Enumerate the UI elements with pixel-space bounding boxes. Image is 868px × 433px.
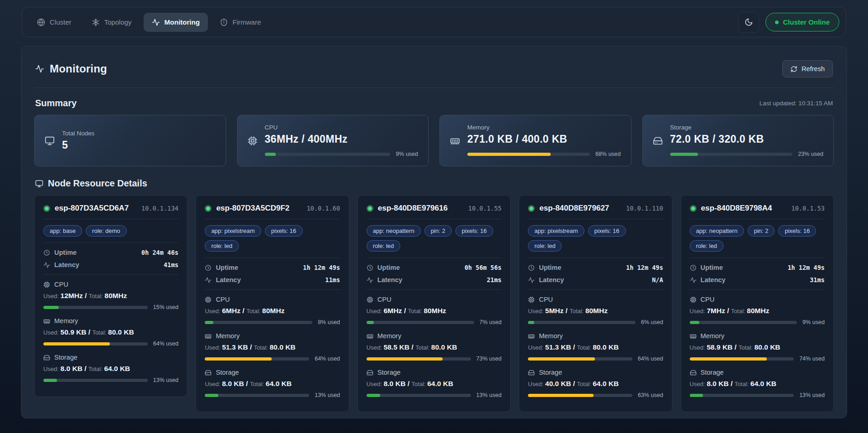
progress-percent-label: 7% used — [480, 319, 502, 325]
progress-fill — [205, 321, 213, 324]
progress-track — [528, 357, 632, 361]
node-name: esp-807D3A5CD6A7 — [55, 204, 129, 213]
theme-toggle-button[interactable] — [738, 12, 759, 33]
used-value: 5MHz — [545, 307, 566, 314]
metric-usage-line: Used: 58.5 KB / Total: 80.0 KB — [367, 343, 501, 351]
cpu-icon — [205, 296, 212, 303]
progress-track — [467, 153, 590, 156]
progress-fill — [528, 357, 594, 361]
moon-icon — [744, 18, 753, 26]
progress-percent-label: 64% used — [315, 356, 340, 362]
progress-track — [367, 321, 474, 324]
status-label: Cluster Online — [783, 18, 830, 26]
metric-name: CPU — [539, 296, 553, 303]
uptime-row: Uptime 0h 24m 46s — [43, 249, 178, 256]
summary-card-memory: Memory 271.0 KB / 400.0 KB 68% used — [439, 115, 631, 166]
metric-usage-line: Used: 8.0 KB / Total: 64.0 KB — [205, 380, 340, 388]
progress-percent-label: 64% used — [638, 356, 663, 362]
latency-label: Latency — [539, 276, 564, 284]
activity-icon — [152, 18, 160, 26]
node-header: esp-807D3A5CD6A7 10.0.1.134 — [43, 204, 178, 213]
total-value: 64.0 KB — [427, 380, 453, 387]
node-badge: role: led — [690, 240, 723, 252]
node-header: esp-840D8E979616 10.0.1.55 — [367, 204, 501, 213]
total-label: Total: — [577, 344, 593, 351]
node-badges: app: pixelstreampixels: 16role: led — [205, 225, 340, 252]
latency-value: N/A — [652, 276, 663, 284]
used-value: 6MHz — [383, 307, 404, 314]
progress-percent-label: 8% used — [318, 319, 340, 325]
refresh-icon — [790, 66, 797, 72]
used-value: 8.0 KB — [707, 380, 731, 387]
refresh-button[interactable]: Refresh — [782, 60, 833, 77]
tab-cluster[interactable]: Cluster — [29, 13, 80, 32]
metric-name: Memory — [54, 317, 78, 325]
progress-fill — [690, 357, 767, 361]
monitor-icon — [35, 180, 43, 188]
metric-progress: 7% used — [367, 319, 501, 325]
summary-cards: Total Nodes 5 CPU 36MHz / 400MHz 9% used — [34, 115, 834, 166]
used-value: 58.9 KB — [707, 343, 734, 351]
tab-monitoring[interactable]: Monitoring — [144, 13, 208, 32]
node-badge: role: led — [528, 240, 562, 252]
progress-percent-label: 23% used — [798, 151, 823, 157]
used-value: 12MHz — [61, 292, 85, 299]
latency-value: 21ms — [487, 276, 502, 284]
cluster-status-pill[interactable]: Cluster Online — [765, 13, 839, 31]
latency-row: Latency 31ms — [690, 276, 825, 284]
summary-card-value: 271.0 KB / 400.0 KB — [467, 133, 621, 145]
metric-usage-line: Used: 51.3 KB / Total: 80.0 KB — [528, 343, 663, 351]
metric-name: Storage — [377, 369, 401, 376]
memory-icon — [690, 333, 697, 340]
summary-card-value: 72.0 KB / 320.0 KB — [670, 133, 824, 145]
used-label: Used: — [43, 366, 61, 372]
cpu-icon — [528, 296, 535, 303]
node-badge: app: base — [43, 225, 82, 237]
total-value: 80MHz — [585, 307, 608, 314]
activity-icon — [35, 64, 44, 73]
node-badge: pixels: 16 — [455, 225, 493, 237]
node-card: esp-840D8E9798A4 10.0.1.53 app: neopatte… — [681, 195, 834, 412]
node-header: esp-807D3A5CD9F2 10.0.1.60 — [205, 204, 340, 213]
memory-icon — [205, 333, 212, 340]
metric-header: Memory — [367, 332, 501, 340]
total-label: Total: — [254, 344, 270, 351]
total-value: 80MHz — [424, 307, 446, 314]
metric-progress: 15% used — [43, 304, 178, 310]
metric-header: Storage — [43, 354, 178, 361]
total-value: 80.0 KB — [269, 343, 295, 351]
metric-cpu: CPU Used: 6MHz / Total: 80MHz 7% used — [367, 296, 501, 325]
cpu-icon — [690, 296, 697, 303]
node-badges: app: neopatternpin: 2pixels: 16role: led — [367, 225, 501, 252]
tab-firmware[interactable]: Firmware — [212, 13, 269, 32]
metric-progress: 63% used — [528, 392, 663, 398]
divider — [690, 219, 825, 219]
progress-track — [690, 357, 794, 361]
metric-name: Memory — [701, 332, 724, 340]
progress-track — [690, 394, 794, 397]
total-label: Total: — [88, 366, 104, 372]
used-value: 6MHz — [222, 307, 243, 314]
metric-header: Storage — [690, 369, 825, 376]
node-metrics: CPU Used: 6MHz / Total: 80MHz 8% used Me… — [205, 296, 340, 398]
metric-progress: 64% used — [43, 340, 178, 347]
storage-icon — [43, 354, 50, 361]
node-name: esp-840D8E9798A4 — [701, 204, 772, 213]
used-label: Used: — [205, 308, 222, 314]
node-badge: app: pixelstream — [528, 225, 584, 237]
used-label: Used: — [528, 308, 545, 314]
separator: / — [727, 307, 731, 314]
tab-topology[interactable]: Topology — [83, 13, 140, 32]
divider — [528, 258, 663, 258]
metric-cpu: CPU Used: 7MHz / Total: 80MHz 9% used — [690, 296, 825, 325]
metric-header: Memory — [43, 317, 178, 325]
status-dot — [775, 21, 779, 24]
uptime-row: Uptime 0h 56m 56s — [367, 264, 501, 271]
node-card: esp-807D3A5CD6A7 10.0.1.134 app: baserol… — [34, 195, 187, 397]
summary-card-label: CPU — [265, 124, 418, 131]
node-header: esp-840D8E979627 10.0.1.110 — [528, 204, 663, 213]
cpu-icon — [367, 296, 373, 303]
metric-progress: 8% used — [205, 319, 340, 325]
node-badges: app: neopatternpin: 2pixels: 16role: led — [690, 225, 825, 252]
metric-usage-line: Used: 40.0 KB / Total: 64.0 KB — [528, 380, 663, 388]
